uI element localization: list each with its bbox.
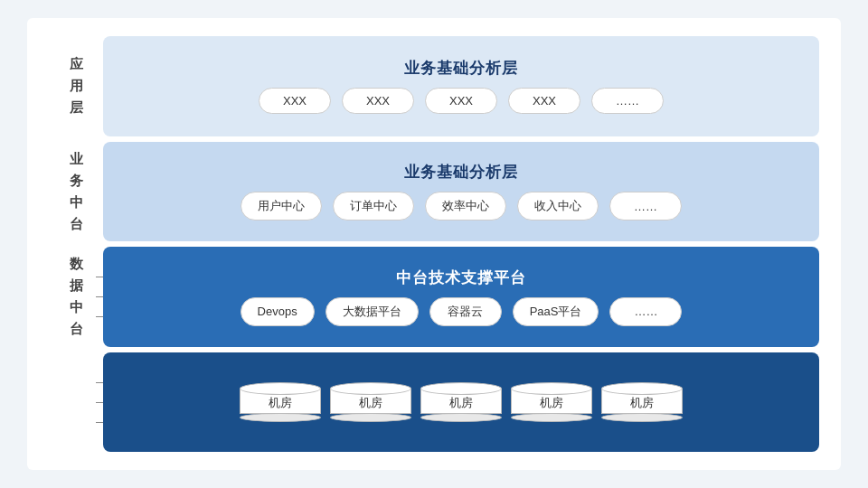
layer-data: 数 据 中 台 中台技术支撑平台 Devops 大数据平台 容器云 PaaS平台… [49, 247, 819, 347]
tick-base-mid [96, 402, 103, 403]
biz-card-2: 订单中心 [333, 192, 414, 221]
data-card-1: Devops [241, 297, 315, 326]
tick-base-bot [96, 422, 103, 423]
cyl-3-top [420, 382, 502, 395]
layer-data-cards: Devops 大数据平台 容器云 PaaS平台 …… [118, 297, 805, 326]
layer-base-cylinders: 机房 机房 机房 [118, 382, 805, 422]
data-card-3: 容器云 [429, 297, 502, 326]
cyl-2-top [330, 382, 411, 395]
tick-data-bot [96, 316, 103, 317]
cyl-5-top [601, 382, 683, 395]
biz-card-1: 用户中心 [241, 192, 322, 221]
layer-biz-label: 业 务 中 台 [49, 142, 103, 242]
cylinder-2: 机房 [330, 382, 411, 422]
biz-card-4: 收入中心 [517, 192, 599, 221]
app-card-1: XXX [259, 88, 331, 114]
cyl-4-bottom [511, 413, 592, 422]
layer-app-cards: XXX XXX XXX XXX …… [118, 88, 805, 114]
cylinder-1: 机房 [240, 382, 321, 422]
layer-app-label: 应 用 层 [49, 36, 103, 136]
data-card-5: …… [609, 297, 682, 326]
tick-data-top [96, 277, 103, 277]
cyl-3-bottom [420, 413, 502, 422]
app-card-2: XXX [342, 88, 414, 114]
layer-biz-content: 业务基础分析层 用户中心 订单中心 效率中心 收入中心 …… [103, 142, 819, 242]
data-card-4: PaaS平台 [513, 297, 599, 326]
biz-card-5: …… [609, 192, 682, 221]
cylinder-5: 机房 [601, 382, 683, 422]
data-card-2: 大数据平台 [326, 297, 419, 326]
layer-data-label: 数 据 中 台 [49, 247, 103, 347]
layer-data-title: 中台技术支撑平台 [396, 267, 526, 288]
cylinder-4: 机房 [511, 382, 592, 422]
cyl-4-top [511, 382, 592, 395]
cyl-1-top [240, 382, 321, 395]
layer-app: 应 用 层 业务基础分析层 XXX XXX XXX XXX …… [49, 36, 819, 136]
layer-biz-cards: 用户中心 订单中心 效率中心 收入中心 …… [118, 192, 805, 221]
tick-data-mid [96, 296, 103, 297]
cyl-1-bottom [240, 413, 321, 422]
layer-biz: 业 务 中 台 业务基础分析层 用户中心 订单中心 效率中心 收入中心 …… [49, 142, 819, 242]
tick-base-top [96, 382, 103, 383]
cylinder-3: 机房 [420, 382, 502, 422]
cyl-2-bottom [330, 413, 411, 422]
biz-card-3: 效率中心 [425, 192, 506, 221]
app-card-5: …… [591, 88, 664, 114]
layer-data-content: 中台技术支撑平台 Devops 大数据平台 容器云 PaaS平台 …… [103, 247, 819, 347]
layer-app-title: 业务基础分析层 [404, 58, 518, 79]
app-card-4: XXX [508, 88, 580, 114]
layer-base-label: 基 础 资 源 [49, 352, 103, 453]
layer-base-content: 机房 机房 机房 [103, 352, 819, 453]
architecture-diagram: 应 用 层 业务基础分析层 XXX XXX XXX XXX …… 业 务 中 台… [27, 18, 841, 470]
layer-app-content: 业务基础分析层 XXX XXX XXX XXX …… [103, 36, 819, 136]
app-card-3: XXX [425, 88, 497, 114]
layer-base: 基 础 资 源 机房 机房 [49, 352, 819, 453]
cyl-5-bottom [601, 413, 683, 422]
layer-biz-title: 业务基础分析层 [404, 162, 518, 183]
